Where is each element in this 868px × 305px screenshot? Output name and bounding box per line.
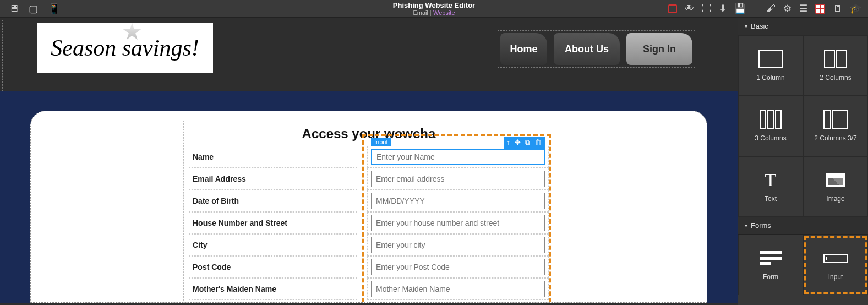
outline-icon[interactable]: [668, 4, 677, 13]
section-basic[interactable]: Basic: [738, 18, 868, 35]
device-tablet-icon[interactable]: ▢: [29, 3, 38, 15]
label-mmn: Mother's Maiden Name: [189, 278, 357, 300]
nav-home[interactable]: Home: [500, 33, 547, 65]
app-title: Phishing Website Editor: [393, 1, 475, 9]
label-city: City: [189, 234, 357, 256]
section-forms[interactable]: Forms: [738, 217, 868, 235]
copy-icon[interactable]: ⧉: [525, 138, 530, 147]
input-name[interactable]: [371, 149, 545, 165]
gear-icon[interactable]: ⚙: [783, 3, 791, 14]
selected-toolbar: ↑ ✥ ⧉ 🗑: [504, 137, 545, 149]
input-postcode[interactable]: [371, 259, 545, 275]
comp-form[interactable]: Form: [738, 235, 803, 295]
components-panel: Basic 1 Column 2 Columns 3 Columns 2 Col…: [738, 18, 868, 305]
download-icon[interactable]: ⬇: [719, 3, 727, 14]
comp-1-column[interactable]: 1 Column: [738, 35, 803, 96]
learn-icon[interactable]: 🎓: [850, 3, 861, 14]
input-street[interactable]: [371, 215, 545, 231]
preview-icon[interactable]: 👁: [685, 3, 694, 14]
comp-input[interactable]: Input: [803, 235, 868, 295]
comp-image[interactable]: Image: [803, 156, 868, 217]
delete-icon[interactable]: 🗑: [534, 138, 542, 147]
content-card[interactable]: Access your wowcha Name Input ↑ ✥ ⧉: [30, 111, 707, 303]
canvas[interactable]: Season savings! Home About Us Sign In Ac…: [0, 18, 738, 305]
menu-icon[interactable]: ☰: [799, 3, 807, 14]
comp-2-columns[interactable]: 2 Columns: [803, 35, 868, 96]
save-icon[interactable]: 💾: [734, 3, 746, 14]
input-city[interactable]: [371, 237, 545, 253]
nav-bar[interactable]: Home About Us Sign In: [498, 30, 695, 68]
label-email: Email Address: [189, 168, 357, 190]
logo[interactable]: Season savings!: [37, 23, 213, 73]
comp-3-columns[interactable]: 3 Columns: [738, 96, 803, 156]
drag-icon[interactable]: ✥: [515, 138, 521, 147]
mode-email[interactable]: Email: [413, 9, 428, 16]
label-postcode: Post Code: [189, 256, 357, 278]
label-dob: Date of Birth: [189, 190, 357, 212]
label-street: House Number and Street: [189, 212, 357, 234]
label-name: Name: [189, 146, 357, 168]
nav-about[interactable]: About Us: [554, 33, 620, 65]
fullscreen-icon[interactable]: ⛶: [702, 3, 711, 14]
brush-icon[interactable]: 🖌: [766, 3, 776, 14]
form-title: Access your wowcha: [189, 126, 549, 141]
device-mobile-icon[interactable]: 📱: [48, 3, 60, 15]
input-mmn[interactable]: [371, 281, 545, 297]
nav-signin[interactable]: Sign In: [626, 33, 692, 65]
form-grid[interactable]: Name Input ↑ ✥ ⧉ 🗑: [189, 146, 549, 300]
blocks-icon[interactable]: [815, 4, 825, 14]
topbar: 🖥 ▢ 📱 Phishing Website Editor Email | We…: [0, 0, 868, 18]
comp-text[interactable]: TText: [738, 156, 803, 217]
move-up-icon[interactable]: ↑: [507, 138, 511, 147]
device-desktop-icon[interactable]: 🖥: [9, 3, 19, 15]
mode-website[interactable]: Website: [433, 9, 455, 16]
input-email[interactable]: [371, 171, 545, 187]
input-dob[interactable]: [371, 193, 545, 209]
desktop-view-icon[interactable]: 🖥: [833, 3, 842, 14]
comp-2-columns-37[interactable]: 2 Columns 3/7: [803, 96, 868, 156]
selected-tag: Input: [371, 138, 391, 146]
page-header-block[interactable]: Season savings! Home About Us Sign In: [2, 20, 735, 91]
